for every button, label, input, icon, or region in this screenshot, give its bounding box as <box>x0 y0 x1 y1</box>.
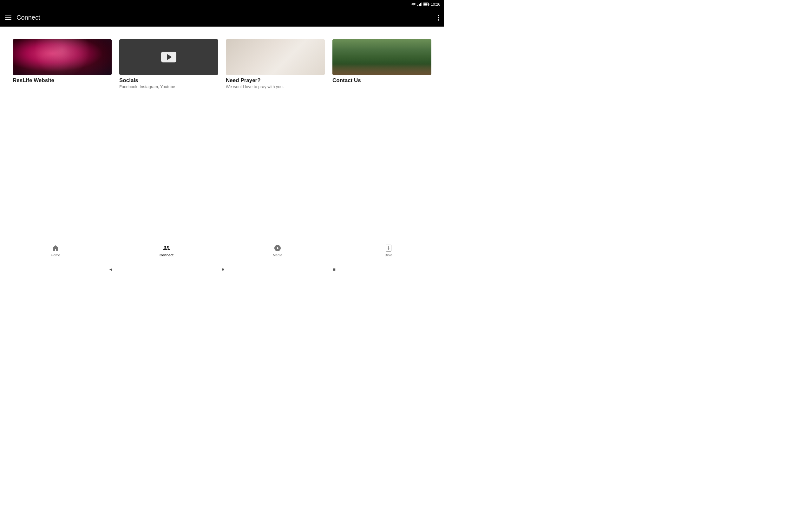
app-title: Connect <box>16 14 40 21</box>
svg-rect-1 <box>419 4 420 6</box>
battery-icon <box>423 3 429 6</box>
wifi-icon <box>411 3 416 6</box>
svg-rect-28 <box>342 47 348 60</box>
svg-point-22 <box>280 66 283 70</box>
svg-point-27 <box>333 40 343 53</box>
card-title-contact: Contact Us <box>333 77 432 83</box>
connect-nav-icon <box>163 244 170 252</box>
card-reslife-website[interactable]: ResLife Website <box>13 39 112 89</box>
svg-point-21 <box>275 64 279 70</box>
svg-rect-25 <box>334 57 429 75</box>
svg-point-23 <box>265 66 269 70</box>
media-nav-label: Media <box>273 253 282 257</box>
svg-rect-7 <box>14 39 110 75</box>
svg-point-29 <box>340 42 350 53</box>
svg-point-31 <box>408 40 419 53</box>
svg-rect-9 <box>14 39 110 75</box>
bible-nav-label: Bible <box>385 253 392 257</box>
main-content: ResLife Website Socials Facebook, Instag… <box>0 26 444 238</box>
svg-rect-5 <box>423 3 427 6</box>
nav-item-bible[interactable]: Bible <box>333 244 444 257</box>
card-image-reslife <box>13 39 112 75</box>
connect-nav-label: Connect <box>159 253 173 257</box>
card-image-prayer <box>226 39 325 75</box>
more-options-button[interactable] <box>438 15 439 20</box>
svg-point-15 <box>42 47 44 49</box>
svg-point-10 <box>35 46 45 55</box>
hamburger-menu-button[interactable] <box>5 15 11 20</box>
status-time: 10:26 <box>431 2 440 7</box>
card-title-socials: Socials <box>119 77 218 83</box>
svg-rect-35 <box>375 60 379 75</box>
svg-rect-0 <box>417 5 418 6</box>
system-navigation-bar: ◄ ● ■ <box>0 263 444 276</box>
card-need-prayer[interactable]: Need Prayer? We would love to pray with … <box>226 39 325 89</box>
app-bar: Connect <box>0 9 444 26</box>
svg-rect-32 <box>418 48 423 60</box>
home-button[interactable]: ● <box>221 267 224 272</box>
status-icons: 10:26 <box>411 2 440 7</box>
bottom-navigation: Home Connect Media Bible <box>0 238 444 263</box>
svg-rect-19 <box>228 39 323 75</box>
concert-image <box>13 39 112 75</box>
card-subtitle-prayer: We would love to pray with you. <box>226 84 325 89</box>
svg-rect-3 <box>421 3 422 6</box>
svg-rect-24 <box>334 39 429 58</box>
app-bar-left: Connect <box>5 14 40 21</box>
svg-point-14 <box>91 43 103 55</box>
nav-item-connect[interactable]: Connect <box>111 244 222 257</box>
home-nav-icon <box>52 244 59 252</box>
signal-icon <box>417 3 422 6</box>
card-image-contact <box>333 39 432 75</box>
svg-point-12 <box>81 48 88 56</box>
back-button[interactable]: ◄ <box>108 267 113 272</box>
nav-item-home[interactable]: Home <box>0 244 111 257</box>
contact-image <box>333 39 432 75</box>
bible-nav-icon <box>385 244 392 252</box>
svg-rect-26 <box>334 46 341 60</box>
card-subtitle-socials: Facebook, Instagram, Youtube <box>119 84 218 89</box>
card-title-prayer: Need Prayer? <box>226 77 325 83</box>
card-title-reslife: ResLife Website <box>13 77 112 83</box>
cards-grid: ResLife Website Socials Facebook, Instag… <box>13 39 432 89</box>
svg-point-11 <box>59 41 72 54</box>
svg-rect-34 <box>334 63 429 66</box>
status-bar: 10:26 <box>0 0 444 9</box>
svg-point-13 <box>24 52 31 58</box>
svg-point-18 <box>52 51 53 53</box>
svg-rect-2 <box>420 3 421 6</box>
svg-rect-6 <box>428 4 429 5</box>
svg-point-16 <box>61 45 63 47</box>
svg-point-17 <box>78 49 79 50</box>
play-triangle <box>167 54 172 60</box>
svg-rect-8 <box>14 39 110 75</box>
svg-rect-30 <box>410 46 417 60</box>
card-image-socials <box>119 39 218 75</box>
home-nav-label: Home <box>51 253 60 257</box>
recents-button[interactable]: ■ <box>333 267 336 272</box>
nav-item-media[interactable]: Media <box>222 244 333 257</box>
svg-point-20 <box>269 64 273 70</box>
media-nav-icon <box>274 244 281 252</box>
card-contact-us[interactable]: Contact Us <box>333 39 432 89</box>
svg-point-33 <box>416 43 425 53</box>
youtube-play-button <box>161 52 176 62</box>
prayer-image <box>226 39 325 75</box>
card-socials[interactable]: Socials Facebook, Instagram, Youtube <box>119 39 218 89</box>
